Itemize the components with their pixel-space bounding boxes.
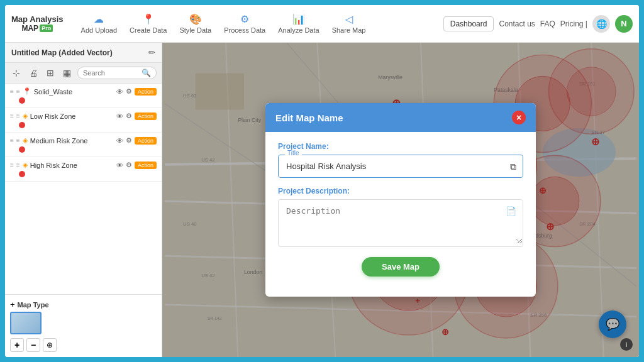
modal-title: Edit Map Name [275,112,343,123]
sidebar-title: Untitled Map (Added Vector) [11,48,113,57]
nav-share-map-label: Share Map [332,26,366,34]
drag-handle-icon[interactable]: ≡ [10,137,14,144]
project-name-label: Project Name: [278,142,523,151]
save-map-button[interactable]: Save Map [362,257,440,277]
logo-sub: MAP Pro [21,24,53,33]
layer-type-icon: 📍 [23,87,31,96]
eye-icon[interactable]: 👁 [116,112,123,120]
settings-icon[interactable]: ⚙ [126,87,132,96]
search-input[interactable] [83,69,142,77]
layer-name: Solid_Waste [34,88,114,96]
pricing-link[interactable]: Pricing | [560,19,587,28]
nav-analyze-data[interactable]: 📊 Analyze Data [273,11,324,36]
share-map-icon: ◁ [345,13,353,25]
nav-process-data-label: Process Data [224,26,265,34]
layer-color-dot [19,97,25,104]
add-upload-icon: ☁ [94,13,104,25]
app-title: Map Analysis [11,14,64,24]
title-field-label: Title [285,150,302,156]
edit-title-icon[interactable]: ✏ [148,48,155,57]
map-type-expand-icon[interactable]: + [10,300,15,309]
layer-name: Low Risk Zone [30,112,114,120]
description-textarea[interactable] [279,200,523,244]
zoom-out-button[interactable]: − [26,338,40,352]
edit-map-name-modal: Edit Map Name × Project Name: Title ⧉ [265,103,536,297]
resize-icon: ⤡ [515,237,520,244]
eye-icon[interactable]: 👁 [116,162,123,169]
layer-row: ≡ ≡ ◈ Medium Risk Zone 👁 ⚙ Action [10,136,157,145]
layers-btn[interactable]: ⊞ [44,67,57,79]
faq-link[interactable]: FAQ [540,19,555,28]
nav-process-data[interactable]: ⚙ Process Data [219,11,270,36]
layer-name: Medium Risk Zone [30,137,114,145]
layer-item: ≡ ≡ 📍 Solid_Waste 👁 ⚙ Action [5,84,162,108]
action-badge[interactable]: Action [135,162,157,169]
layer-row: ≡ ≡ 📍 Solid_Waste 👁 ⚙ Action [10,87,157,96]
nav-style-data[interactable]: 🎨 Style Data [174,11,216,36]
nav-create-data-label: Create Data [130,26,167,34]
layer-color-dot [19,146,25,153]
description-textarea-wrapper: 📄 ⤡ [278,199,523,247]
nav-items: ☁ Add Upload 📍 Create Data 🎨 Style Data … [76,11,443,36]
layer-name: High Risk Zone [30,162,114,169]
modal-close-button[interactable]: × [512,111,526,124]
content-area: Untitled Map (Added Vector) ✏ ⊹ 🖨 ⊞ ▦ 🔍 [5,43,639,357]
contact-link[interactable]: Contact us [499,19,535,28]
settings-icon[interactable]: ⚙ [126,112,132,120]
style-data-icon: 🎨 [189,13,202,25]
print-btn[interactable]: 🖨 [26,67,40,79]
settings-icon[interactable]: ⚙ [126,136,132,145]
drag-handle-icon[interactable]: ≡ [10,162,14,168]
layer-color-dot [19,171,25,177]
grid-btn[interactable]: ▦ [60,67,74,79]
title-input-wrapper: Title ⧉ [278,155,523,178]
sidebar: Untitled Map (Added Vector) ✏ ⊹ 🖨 ⊞ ▦ 🔍 [5,43,162,357]
layer-type-icon: ◈ [23,161,28,169]
modal-footer: Save Map [278,257,523,287]
drag-handle-icon2[interactable]: ≡ [16,162,20,168]
logo-section: Map Analysis MAP Pro [11,14,64,33]
settings-icon[interactable]: ⚙ [126,161,132,169]
dashboard-button[interactable]: Dashboard [443,16,494,31]
globe-icon[interactable]: 🌐 [592,15,610,33]
app-wrapper: Map Analysis MAP Pro ☁ Add Upload 📍 Crea… [0,0,644,362]
layer-type-icon: ◈ [23,136,28,145]
layer-type-icon: ◈ [23,112,28,120]
drag-handle-icon[interactable]: ≡ [10,88,14,95]
user-avatar[interactable]: N [615,15,633,33]
map-type-section: + Map Type [10,300,157,334]
layer-row: ≡ ≡ ◈ Low Risk Zone 👁 ⚙ Action [10,112,157,120]
eye-icon[interactable]: 👁 [116,88,123,96]
drag-handle-icon2[interactable]: ≡ [16,137,20,144]
search-bar: 🔍 [77,67,157,79]
drag-handle-icon[interactable]: ≡ [10,112,14,119]
nav-create-data[interactable]: 📍 Create Data [125,11,172,36]
nav-share-map[interactable]: ◁ Share Map [327,11,371,36]
zoom-reset-button[interactable]: ⊕ [43,338,57,352]
action-badge[interactable]: Action [135,112,157,120]
drag-handle-icon2[interactable]: ≡ [16,88,20,95]
map-area[interactable]: US 62 US 42 US 40 US 42 SR 142 SR 161 SR… [162,43,639,357]
drag-handle-icon2[interactable]: ≡ [16,112,20,119]
nav-right: Dashboard Contact us FAQ Pricing | 🌐 N [443,15,633,33]
zoom-in-button[interactable]: + [10,338,24,352]
layer-item: ≡ ≡ ◈ Medium Risk Zone 👁 ⚙ Action [5,133,162,157]
map-thumbnail-selected[interactable] [10,312,42,334]
copy-icon[interactable]: ⧉ [510,161,516,172]
sidebar-bottom: + Map Type + − ⊕ [5,294,162,357]
search-icon: 🔍 [142,69,151,77]
analyze-data-icon: 📊 [292,13,305,25]
nav-add-upload[interactable]: ☁ Add Upload [76,11,123,36]
zoom-controls: + − ⊕ [10,338,157,352]
eye-icon[interactable]: 👁 [116,137,123,145]
description-label: Project Description: [278,187,523,195]
action-badge[interactable]: Action [135,137,157,145]
inner-wrapper: Map Analysis MAP Pro ☁ Add Upload 📍 Crea… [5,5,639,357]
cursor-tool-btn[interactable]: ⊹ [10,67,23,79]
modal-body: Project Name: Title ⧉ Project Descriptio… [265,132,536,297]
layer-row: ≡ ≡ ◈ High Risk Zone 👁 ⚙ Action [10,161,157,169]
map-type-label: Map Type [18,301,49,309]
action-badge[interactable]: Action [135,88,157,96]
nav-analyze-data-label: Analyze Data [278,26,319,34]
project-title-input[interactable] [279,155,523,177]
